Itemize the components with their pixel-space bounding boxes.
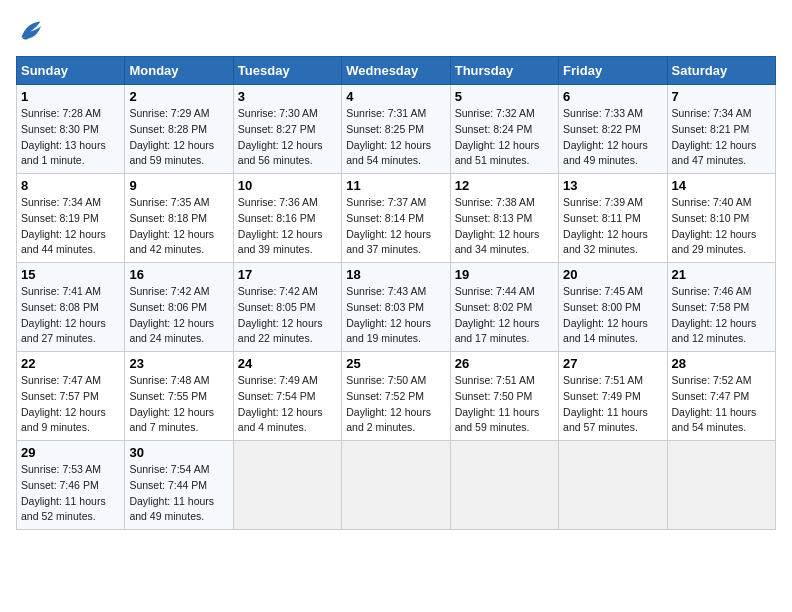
column-header-tuesday: Tuesday — [233, 57, 341, 85]
calendar-day: 30Sunrise: 7:54 AMSunset: 7:44 PMDayligh… — [125, 441, 233, 530]
calendar-day — [450, 441, 558, 530]
day-info: Sunrise: 7:33 AMSunset: 8:22 PMDaylight:… — [563, 106, 662, 169]
calendar-day: 8Sunrise: 7:34 AMSunset: 8:19 PMDaylight… — [17, 174, 125, 263]
day-number: 19 — [455, 267, 554, 282]
day-info: Sunrise: 7:39 AMSunset: 8:11 PMDaylight:… — [563, 195, 662, 258]
day-info: Sunrise: 7:41 AMSunset: 8:08 PMDaylight:… — [21, 284, 120, 347]
day-info: Sunrise: 7:49 AMSunset: 7:54 PMDaylight:… — [238, 373, 337, 436]
day-number: 23 — [129, 356, 228, 371]
day-info: Sunrise: 7:31 AMSunset: 8:25 PMDaylight:… — [346, 106, 445, 169]
calendar-day: 24Sunrise: 7:49 AMSunset: 7:54 PMDayligh… — [233, 352, 341, 441]
day-number: 4 — [346, 89, 445, 104]
calendar-day: 28Sunrise: 7:52 AMSunset: 7:47 PMDayligh… — [667, 352, 775, 441]
logo-bird-icon — [16, 16, 44, 44]
calendar-day: 9Sunrise: 7:35 AMSunset: 8:18 PMDaylight… — [125, 174, 233, 263]
day-number: 7 — [672, 89, 771, 104]
calendar-day: 27Sunrise: 7:51 AMSunset: 7:49 PMDayligh… — [559, 352, 667, 441]
day-number: 3 — [238, 89, 337, 104]
calendar-day: 20Sunrise: 7:45 AMSunset: 8:00 PMDayligh… — [559, 263, 667, 352]
calendar-week-row: 15Sunrise: 7:41 AMSunset: 8:08 PMDayligh… — [17, 263, 776, 352]
day-info: Sunrise: 7:53 AMSunset: 7:46 PMDaylight:… — [21, 462, 120, 525]
day-info: Sunrise: 7:52 AMSunset: 7:47 PMDaylight:… — [672, 373, 771, 436]
column-header-saturday: Saturday — [667, 57, 775, 85]
day-info: Sunrise: 7:44 AMSunset: 8:02 PMDaylight:… — [455, 284, 554, 347]
calendar-day: 14Sunrise: 7:40 AMSunset: 8:10 PMDayligh… — [667, 174, 775, 263]
day-number: 17 — [238, 267, 337, 282]
logo — [16, 16, 48, 44]
day-number: 2 — [129, 89, 228, 104]
day-info: Sunrise: 7:51 AMSunset: 7:50 PMDaylight:… — [455, 373, 554, 436]
day-number: 22 — [21, 356, 120, 371]
day-info: Sunrise: 7:29 AMSunset: 8:28 PMDaylight:… — [129, 106, 228, 169]
day-number: 13 — [563, 178, 662, 193]
calendar-day — [667, 441, 775, 530]
calendar-day: 5Sunrise: 7:32 AMSunset: 8:24 PMDaylight… — [450, 85, 558, 174]
day-number: 26 — [455, 356, 554, 371]
calendar-day: 12Sunrise: 7:38 AMSunset: 8:13 PMDayligh… — [450, 174, 558, 263]
day-info: Sunrise: 7:51 AMSunset: 7:49 PMDaylight:… — [563, 373, 662, 436]
column-header-friday: Friday — [559, 57, 667, 85]
day-number: 11 — [346, 178, 445, 193]
day-info: Sunrise: 7:36 AMSunset: 8:16 PMDaylight:… — [238, 195, 337, 258]
day-number: 18 — [346, 267, 445, 282]
day-number: 28 — [672, 356, 771, 371]
day-number: 14 — [672, 178, 771, 193]
day-info: Sunrise: 7:34 AMSunset: 8:19 PMDaylight:… — [21, 195, 120, 258]
day-number: 20 — [563, 267, 662, 282]
day-number: 9 — [129, 178, 228, 193]
day-info: Sunrise: 7:54 AMSunset: 7:44 PMDaylight:… — [129, 462, 228, 525]
calendar-day: 1Sunrise: 7:28 AMSunset: 8:30 PMDaylight… — [17, 85, 125, 174]
calendar-day: 22Sunrise: 7:47 AMSunset: 7:57 PMDayligh… — [17, 352, 125, 441]
column-header-monday: Monday — [125, 57, 233, 85]
day-info: Sunrise: 7:30 AMSunset: 8:27 PMDaylight:… — [238, 106, 337, 169]
calendar-day: 26Sunrise: 7:51 AMSunset: 7:50 PMDayligh… — [450, 352, 558, 441]
day-number: 10 — [238, 178, 337, 193]
calendar-day: 15Sunrise: 7:41 AMSunset: 8:08 PMDayligh… — [17, 263, 125, 352]
calendar-day — [233, 441, 341, 530]
day-number: 21 — [672, 267, 771, 282]
day-number: 12 — [455, 178, 554, 193]
day-info: Sunrise: 7:42 AMSunset: 8:06 PMDaylight:… — [129, 284, 228, 347]
calendar-day: 4Sunrise: 7:31 AMSunset: 8:25 PMDaylight… — [342, 85, 450, 174]
calendar-week-row: 29Sunrise: 7:53 AMSunset: 7:46 PMDayligh… — [17, 441, 776, 530]
calendar-day: 16Sunrise: 7:42 AMSunset: 8:06 PMDayligh… — [125, 263, 233, 352]
day-info: Sunrise: 7:46 AMSunset: 7:58 PMDaylight:… — [672, 284, 771, 347]
calendar-day: 19Sunrise: 7:44 AMSunset: 8:02 PMDayligh… — [450, 263, 558, 352]
day-info: Sunrise: 7:28 AMSunset: 8:30 PMDaylight:… — [21, 106, 120, 169]
day-info: Sunrise: 7:38 AMSunset: 8:13 PMDaylight:… — [455, 195, 554, 258]
column-header-sunday: Sunday — [17, 57, 125, 85]
day-number: 24 — [238, 356, 337, 371]
calendar-week-row: 8Sunrise: 7:34 AMSunset: 8:19 PMDaylight… — [17, 174, 776, 263]
day-info: Sunrise: 7:43 AMSunset: 8:03 PMDaylight:… — [346, 284, 445, 347]
page-header — [16, 16, 776, 44]
day-info: Sunrise: 7:50 AMSunset: 7:52 PMDaylight:… — [346, 373, 445, 436]
calendar-table: SundayMondayTuesdayWednesdayThursdayFrid… — [16, 56, 776, 530]
calendar-day — [342, 441, 450, 530]
calendar-day: 6Sunrise: 7:33 AMSunset: 8:22 PMDaylight… — [559, 85, 667, 174]
header-row: SundayMondayTuesdayWednesdayThursdayFrid… — [17, 57, 776, 85]
day-info: Sunrise: 7:34 AMSunset: 8:21 PMDaylight:… — [672, 106, 771, 169]
day-info: Sunrise: 7:40 AMSunset: 8:10 PMDaylight:… — [672, 195, 771, 258]
day-number: 8 — [21, 178, 120, 193]
calendar-day: 21Sunrise: 7:46 AMSunset: 7:58 PMDayligh… — [667, 263, 775, 352]
calendar-day — [559, 441, 667, 530]
calendar-day: 25Sunrise: 7:50 AMSunset: 7:52 PMDayligh… — [342, 352, 450, 441]
day-info: Sunrise: 7:48 AMSunset: 7:55 PMDaylight:… — [129, 373, 228, 436]
day-number: 15 — [21, 267, 120, 282]
day-number: 6 — [563, 89, 662, 104]
calendar-day: 10Sunrise: 7:36 AMSunset: 8:16 PMDayligh… — [233, 174, 341, 263]
column-header-wednesday: Wednesday — [342, 57, 450, 85]
calendar-day: 13Sunrise: 7:39 AMSunset: 8:11 PMDayligh… — [559, 174, 667, 263]
calendar-day: 2Sunrise: 7:29 AMSunset: 8:28 PMDaylight… — [125, 85, 233, 174]
day-info: Sunrise: 7:47 AMSunset: 7:57 PMDaylight:… — [21, 373, 120, 436]
day-number: 30 — [129, 445, 228, 460]
calendar-week-row: 1Sunrise: 7:28 AMSunset: 8:30 PMDaylight… — [17, 85, 776, 174]
calendar-day: 17Sunrise: 7:42 AMSunset: 8:05 PMDayligh… — [233, 263, 341, 352]
calendar-day: 11Sunrise: 7:37 AMSunset: 8:14 PMDayligh… — [342, 174, 450, 263]
day-info: Sunrise: 7:35 AMSunset: 8:18 PMDaylight:… — [129, 195, 228, 258]
calendar-week-row: 22Sunrise: 7:47 AMSunset: 7:57 PMDayligh… — [17, 352, 776, 441]
day-number: 5 — [455, 89, 554, 104]
day-number: 29 — [21, 445, 120, 460]
day-number: 25 — [346, 356, 445, 371]
calendar-day: 3Sunrise: 7:30 AMSunset: 8:27 PMDaylight… — [233, 85, 341, 174]
